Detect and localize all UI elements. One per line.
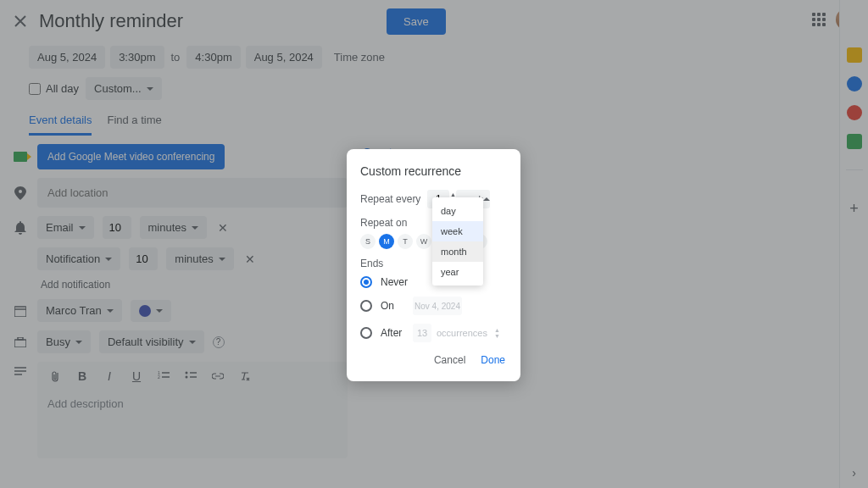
repeat-label: Repeat every [360,193,420,205]
occ-spin-down-icon[interactable]: ▼ [494,333,500,339]
occurrences-label: occurrences [437,328,487,338]
cancel-button[interactable]: Cancel [432,351,467,369]
day-toggle[interactable]: W [416,234,431,249]
ends-on-radio[interactable] [360,300,372,312]
ends-never-label: Never [381,276,408,288]
ends-never-radio[interactable] [360,276,372,288]
ends-on-label: On [381,300,404,312]
occurrences-wrapper: occurrences ▲ ▼ [413,324,500,342]
occ-spin-up-icon[interactable]: ▲ [494,327,500,333]
unit-option-year[interactable]: year [432,262,483,282]
unit-option-day[interactable]: day [432,201,483,221]
ends-after-row: After occurrences ▲ ▼ [360,324,507,342]
day-toggle[interactable]: S [360,234,376,249]
ends-after-label: After [381,327,404,339]
ends-on-date[interactable] [413,297,462,315]
occurrences-input[interactable] [413,324,431,342]
day-toggle[interactable]: T [398,234,413,249]
ends-on-row: On [360,297,507,315]
unit-option-month[interactable]: month [432,241,483,262]
ends-after-radio[interactable] [360,327,372,339]
calendar-event-editor: Save Aug 5, 2024 3:30pm to 4:30pm Aug 5,… [0,0,868,488]
done-button[interactable]: Done [479,351,507,369]
unit-option-week[interactable]: week [432,221,483,241]
day-toggle[interactable]: M [379,234,394,249]
modal-title: Custom recurrence [360,164,507,178]
modal-buttons: Cancel Done [360,351,507,369]
caret-up-icon [483,197,490,201]
unit-dropdown: dayweekmonthyear [432,197,483,286]
